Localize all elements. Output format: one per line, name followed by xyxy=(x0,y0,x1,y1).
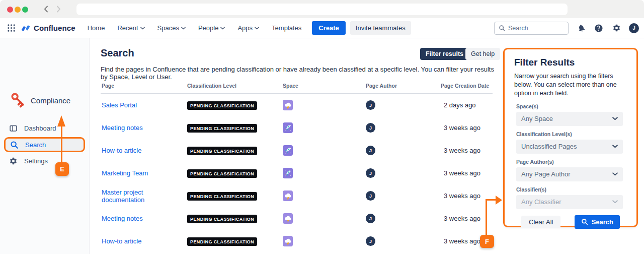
rocket-icon xyxy=(283,123,292,133)
field-label: Page Author(s) xyxy=(516,159,627,165)
author-avatar: J xyxy=(366,123,375,133)
space-avatar xyxy=(283,122,293,133)
page-link[interactable]: How-to article xyxy=(102,237,187,245)
classification-badge: PENDING CLASSIFICATION xyxy=(187,192,257,201)
invite-teammates-button[interactable]: Invite teammates xyxy=(350,21,411,35)
nav-recent[interactable]: Recent xyxy=(117,24,144,32)
creation-date: 3 weeks ago xyxy=(441,124,493,132)
nav-spaces[interactable]: Spaces xyxy=(157,24,186,32)
zoom-window-button[interactable] xyxy=(22,7,28,13)
classification-badge: PENDING CLASSIFICATION xyxy=(187,124,257,133)
col-classification: Classification Level xyxy=(187,83,283,89)
results-table: Page Classification Level Space Page Aut… xyxy=(101,82,493,252)
classifiers-select[interactable]: Any Classifier xyxy=(516,195,623,209)
confluence-mark-icon xyxy=(21,24,30,32)
space-avatar xyxy=(283,100,293,110)
chevron-down-icon xyxy=(181,27,186,30)
space-avatar xyxy=(283,236,293,246)
page-authors-select[interactable]: Any Page Author xyxy=(516,167,623,181)
space-avatar xyxy=(283,145,293,156)
create-button[interactable]: Create xyxy=(312,21,345,35)
annotation-label-e: E xyxy=(55,162,69,176)
col-created: Page Creation Date xyxy=(441,83,493,89)
classification-badge: PENDING CLASSIFICATION xyxy=(187,147,257,155)
page-link[interactable]: Master project documentation xyxy=(102,188,187,204)
creation-date: 3 weeks ago xyxy=(441,192,493,200)
page-link[interactable]: Sales Portal xyxy=(102,101,187,109)
table-row: How-to article PENDING CLASSIFICATION J … xyxy=(101,139,493,162)
field-label: Classifier(s) xyxy=(516,186,627,193)
page-link[interactable]: Meeting notes xyxy=(102,215,187,222)
page-link[interactable]: Marketing Team xyxy=(102,169,187,177)
table-row: How-to article PENDING CLASSIFICATION J … xyxy=(101,230,493,252)
space-avatar xyxy=(283,190,293,201)
dashboard-icon xyxy=(9,124,18,133)
annotation-e-arrowhead xyxy=(57,115,65,126)
select-value: Any Page Author xyxy=(521,170,571,178)
clear-all-button[interactable]: Clear All xyxy=(521,216,560,228)
brand-name: Confluence xyxy=(34,24,75,32)
address-bar[interactable] xyxy=(76,4,568,15)
browser-chrome xyxy=(0,0,644,18)
search-icon xyxy=(581,218,588,225)
global-search-box[interactable] xyxy=(494,22,569,35)
compliance-sidebar: Compliance Dashboard Search Settings xyxy=(0,38,90,254)
gear-icon xyxy=(9,157,18,165)
filter-results-panel: Filter Results Narrow your search using … xyxy=(503,48,638,227)
user-avatar[interactable]: J xyxy=(629,23,639,33)
table-row: Meeting notes PENDING CLASSIFICATION J 3… xyxy=(101,207,493,230)
confluence-logo[interactable]: Confluence xyxy=(21,24,75,32)
select-value: Any Space xyxy=(521,115,553,122)
field-classifiers: Classifier(s) Any Classifier xyxy=(516,186,627,209)
annotation-e-arrow-line xyxy=(61,126,62,162)
filter-results-button[interactable]: Filter results xyxy=(420,48,469,60)
spaces-select[interactable]: Any Space xyxy=(516,112,623,126)
sidebar-item-settings[interactable]: Settings xyxy=(0,153,90,169)
field-classification-levels: Classification Level(s) Unclassified Pag… xyxy=(516,131,627,154)
table-header: Page Classification Level Space Page Aut… xyxy=(101,82,493,94)
chevron-down-icon xyxy=(612,172,618,176)
app-switcher-icon[interactable] xyxy=(7,24,16,33)
app-navbar: Confluence Home Recent Spaces People App… xyxy=(0,18,644,38)
author-avatar: J xyxy=(366,214,375,223)
window-controls xyxy=(7,7,28,13)
creation-date: 3 weeks ago xyxy=(441,215,493,222)
nav-apps[interactable]: Apps xyxy=(237,24,259,32)
creation-date: 3 weeks ago xyxy=(441,147,493,154)
field-spaces: Space(s) Any Space xyxy=(516,103,627,126)
chevron-down-icon xyxy=(140,27,145,30)
author-avatar: J xyxy=(366,191,375,201)
creation-date: 3 weeks ago xyxy=(441,169,493,177)
nav-templates[interactable]: Templates xyxy=(272,24,301,32)
space-avatar xyxy=(283,213,293,224)
col-space: Space xyxy=(283,83,366,89)
page-link[interactable]: How-to article xyxy=(102,147,187,154)
primary-nav: Home Recent Spaces People Apps Templates xyxy=(88,24,302,32)
global-search-input[interactable] xyxy=(508,25,558,32)
storm-cloud-icon xyxy=(283,192,292,201)
panel-footer: Clear All Search xyxy=(521,215,620,229)
space-avatar xyxy=(283,168,293,178)
app-name: Compliance xyxy=(31,96,70,105)
panel-search-button[interactable]: Search xyxy=(575,215,620,229)
sidebar-item-dashboard[interactable]: Dashboard xyxy=(0,120,90,136)
help-icon[interactable] xyxy=(594,23,604,33)
annotation-f-arrow-line xyxy=(486,200,487,235)
settings-gear-icon[interactable] xyxy=(611,23,621,33)
page-description: Find the pages in Confluence that are pe… xyxy=(101,66,494,81)
author-avatar: J xyxy=(366,168,375,178)
nav-people[interactable]: People xyxy=(198,24,225,32)
navbar-right: J xyxy=(494,22,639,35)
classification-levels-select[interactable]: Unclassified Pages xyxy=(516,140,623,154)
page-link[interactable]: Meeting notes xyxy=(102,124,187,132)
close-window-button[interactable] xyxy=(7,7,13,13)
nav-home[interactable]: Home xyxy=(88,24,105,32)
get-help-button[interactable]: Get help xyxy=(465,48,500,60)
sidebar-item-search[interactable]: Search xyxy=(4,137,85,152)
browser-back-icon[interactable] xyxy=(42,5,50,13)
minimize-window-button[interactable] xyxy=(15,7,21,13)
chevron-down-icon xyxy=(612,200,618,204)
notifications-bell-icon[interactable] xyxy=(576,23,586,33)
compliance-app-brand: Compliance xyxy=(9,91,70,110)
browser-forward-icon[interactable] xyxy=(54,5,62,13)
